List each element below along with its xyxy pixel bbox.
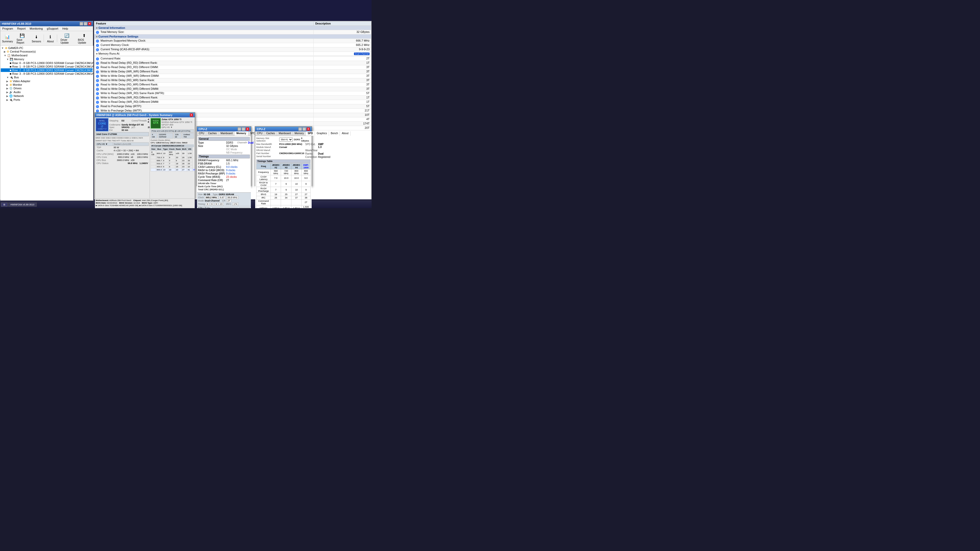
maximize-button[interactable]: □	[84, 22, 87, 25]
timing-trc-row: tRC 26 34 37 38	[256, 196, 310, 200]
cpuz1-titlebar: CPU-Z ─ □ ✕	[197, 127, 251, 131]
menu-help[interactable]: Help	[61, 27, 69, 30]
cpuz1-minimize-button[interactable]: ─	[238, 127, 241, 131]
trfc-value: 174T	[313, 122, 371, 126]
close-button[interactable]: ✕	[88, 22, 91, 25]
command-rate-value: 2T	[313, 57, 371, 61]
cpuz2-maximize-button[interactable]: □	[302, 127, 306, 131]
cpuz1-maximize-button[interactable]: □	[242, 127, 245, 131]
tree-mem-row3[interactable]: ■ Row: 3 - 8 GB PC3-12800 DDR3 SDRAM Cor…	[1, 72, 93, 76]
cpuz2-tab-memory[interactable]: Memory	[293, 131, 306, 136]
cpuz1-cas-value: 9.0 clocks	[226, 165, 237, 168]
cpuz2-close-button[interactable]: ✕	[307, 127, 310, 131]
menu-monitoring[interactable]: Monitoring	[29, 27, 44, 30]
about-icon: ℹ	[47, 34, 53, 40]
driver-update-button[interactable]: 🔄 Driver Update	[59, 32, 75, 45]
tree-gamer-pc[interactable]: ▼🖥GAMER-PC	[1, 46, 93, 50]
timing-tras-jedec4: 27	[291, 193, 301, 196]
tree-ports[interactable]: ▶🔌Ports	[1, 98, 93, 102]
menu-report[interactable]: Report	[16, 27, 27, 30]
save-icon: 💾	[19, 32, 25, 38]
tree-mem-row1[interactable]: ■ Row: 1 - 8 GB PC3-12800 DDR3 SDRAM Cor…	[1, 65, 93, 68]
cpuz2-tab-cpu[interactable]: CPU	[255, 131, 264, 136]
cpuz1-tab-mainboard[interactable]: Mainboard	[219, 131, 234, 136]
cpuz1-footer: CPU-Z Ver. 1.90.0.x64 Tools Validate Clo…	[197, 206, 251, 208]
cpuz2-minimize-button[interactable]: ─	[298, 127, 302, 131]
wr-rd-diff-dimm-row: i Write to Read Delay (WR_RD) Different …	[94, 100, 371, 104]
tree-mem-row2[interactable]: ■ Row: 2 - 8 GB PC3-12800 DDR3 SDRAM Cor…	[1, 68, 93, 72]
cpuz2-module-type: DDR3	[294, 138, 300, 141]
tree-bus[interactable]: ▼🔌Bus	[1, 76, 93, 79]
menu-gsupport[interactable]: gSupport	[46, 27, 59, 30]
wr-rd-same-rank-value: 5T	[313, 91, 371, 96]
save-report-button[interactable]: 💾 Save Report	[15, 32, 30, 45]
cpuz1-close-button[interactable]: ✕	[246, 127, 249, 131]
minimize-button[interactable]: ─	[80, 22, 83, 25]
cpuz1-dram-freq: 665.1 MHz	[226, 159, 239, 162]
cpuz1-close-button[interactable]: Close	[239, 208, 250, 208]
timing-voltage-jedec3: 1.50 V	[281, 205, 291, 208]
tree-video-adapter[interactable]: ▶🖥Video Adapter	[1, 79, 93, 83]
total-memory-value: 32 GBytes	[313, 30, 371, 35]
sensors-button[interactable]: 🌡 Sensors	[31, 33, 42, 44]
cpuz1-ras-prech-row: RAS# Precharge (tRP) 9 clocks	[198, 172, 250, 175]
cpuz1-ras-cas-value: 9 clocks	[226, 169, 235, 171]
tree-network[interactable]: ▶🌐Network	[1, 94, 93, 98]
rd-rd-diff-rank-label: i Read to Read Delay (RD_RD) Different R…	[94, 61, 313, 65]
cpuz2-tab-mainboard[interactable]: Mainboard	[277, 131, 293, 136]
cpuz2-tab-bench[interactable]: Bench	[329, 131, 340, 136]
cpuz2-tab-about[interactable]: About	[340, 131, 350, 136]
cpuz1-window-controls: ─ □ ✕	[238, 127, 249, 131]
about-button[interactable]: ℹ About	[45, 33, 56, 44]
tree-motherboard[interactable]: ▼📋Motherboard	[1, 54, 93, 57]
cpuz1-tab-cpu[interactable]: CPU	[197, 131, 206, 136]
cpuz2-serial-row: Serial Number	[256, 155, 304, 158]
cpuz1-tools-dropdown[interactable]: Tools	[212, 208, 224, 208]
cpuz1-nb-value: NB Frequency	[226, 151, 242, 154]
tree-mem-row0[interactable]: ■ Row: 0 - 8 GB PC3-12800 DDR3 SDRAM Cor…	[1, 61, 93, 65]
timing-ras-prech-jedec2: 7	[271, 187, 281, 193]
timing-ras-cas-xmp: 9	[302, 181, 310, 187]
timing-freq-jedec2: 560 MHz	[271, 169, 281, 175]
tree-drives[interactable]: ▶💿Drives	[1, 86, 93, 90]
sensors-label: Sensors	[32, 40, 41, 43]
rd-wr-diff-dimm-value: 3T	[313, 87, 371, 91]
timing-tras-row: tRAS 19 25 27 27	[256, 193, 310, 196]
taskbar-hwinfo[interactable]: HWiNFO64 v5.88-3510	[8, 203, 37, 206]
cur-timing-label: i Current Timing (tCAS-tRCD-tRP-tRAS):	[94, 48, 313, 52]
cpuz2-slot-dropdown[interactable]: Slot #1 Slot #2 Slot #3 Slot #4	[279, 138, 293, 141]
summary-button[interactable]: 📊 Summary	[1, 33, 14, 44]
max-mem-clock-label: i Maximum Supported Memory Clock:	[94, 39, 313, 43]
rd-rd-diff-dimm-row: i Read to Read Delay (RD_RD) Different D…	[94, 65, 371, 70]
cpuz2-tab-spd[interactable]: SPD	[306, 131, 315, 136]
bios-update-button[interactable]: ⬆ BIOS Update	[76, 32, 92, 45]
timing-ras-prech-jedec4: 10	[291, 187, 301, 193]
summary-close-button[interactable]: ✕	[189, 113, 193, 117]
timing-cmd-rate-row: Command Rate 2T	[256, 200, 310, 205]
cpuz1-cycle-value: 23 clocks	[226, 176, 237, 178]
timing-cmd-rate-label: Command Rate	[256, 200, 271, 205]
tree-monitor[interactable]: ▶🖥Monitor	[1, 83, 93, 86]
cpuz1-validate-button[interactable]: Validate	[224, 208, 238, 208]
menu-program[interactable]: Program	[1, 27, 14, 30]
cpuz2-title: CPU-Z	[257, 127, 266, 130]
summary-label: Summary	[2, 40, 13, 43]
cpuz1-tab-memory[interactable]: Memory	[234, 131, 248, 136]
timing-trc-jedec4: 37	[291, 196, 301, 200]
cpuz2-window-controls: ─ □ ✕	[298, 127, 310, 131]
cpuz1-tab-caches[interactable]: Caches	[206, 131, 219, 136]
cpuz2-tab-graphics[interactable]: Graphics	[315, 131, 329, 136]
mem-runs-value: Dual-Channel	[313, 52, 371, 56]
tree-audio[interactable]: ▶🔊Audio	[1, 90, 93, 94]
timing-freq-xmp: 800 MHz	[302, 169, 310, 175]
cpuz2-module-size: 8 GBytes	[301, 137, 310, 142]
timing-cmd-rate-jedec4	[291, 200, 301, 205]
cpuz1-oc-row: OC Mode	[198, 148, 250, 151]
tree-memory[interactable]: ▼💾Memory	[1, 57, 93, 61]
summary-icon: 📊	[4, 34, 11, 40]
tree-central-processor[interactable]: ▶⚙Central Processor(s)	[1, 50, 93, 54]
cpuz2-tab-caches[interactable]: Caches	[264, 131, 277, 136]
start-button[interactable]: ⊞	[1, 203, 8, 206]
timing-col-xmp: XMP-1600	[302, 164, 310, 169]
timing-cas-row: CAS# Latency 7.0 10.0 10.0 9.0	[256, 175, 310, 181]
